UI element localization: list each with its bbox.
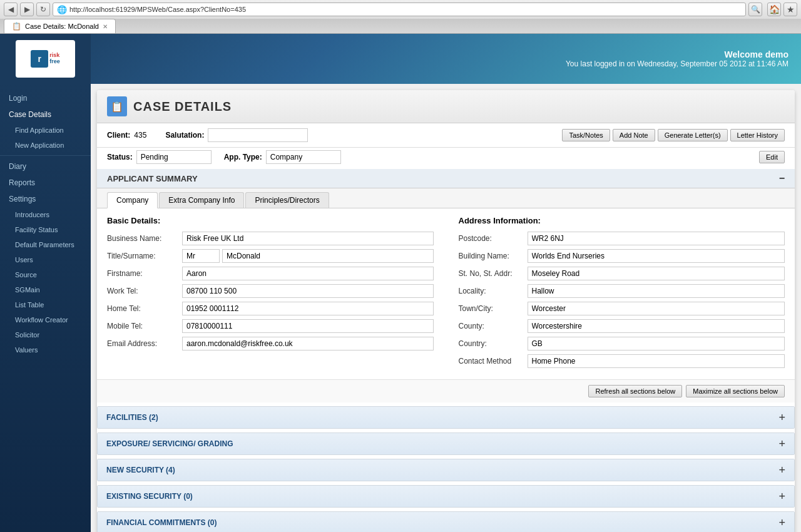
sidebar-item-valuers[interactable]: Valuers bbox=[0, 342, 91, 357]
refresh-sections-button[interactable]: Refresh all sections below bbox=[588, 385, 682, 397]
top-header: r risk free Welcome demo You last logged… bbox=[0, 34, 801, 84]
existing-security-header[interactable]: EXISTING SECURITY (0) + bbox=[98, 486, 794, 507]
salutation-input[interactable] bbox=[208, 128, 308, 142]
app-type-field: App. Type: bbox=[224, 150, 341, 164]
task-notes-button[interactable]: Task/Notes bbox=[562, 129, 610, 141]
salutation-field: Salutation: bbox=[165, 128, 308, 142]
status-field: Status: bbox=[107, 150, 212, 164]
town-input[interactable] bbox=[528, 302, 785, 315]
work-tel-label: Work Tel: bbox=[107, 287, 182, 295]
new-security-header[interactable]: NEW SECURITY (4) + bbox=[98, 459, 794, 481]
tab-extra-company-info[interactable]: Extra Company Info bbox=[159, 192, 244, 208]
generate-letters-button[interactable]: Generate Letter(s) bbox=[658, 129, 728, 141]
sidebar-item-list-table[interactable]: List Table bbox=[0, 297, 91, 312]
sidebar-item-diary[interactable]: Diary bbox=[0, 158, 91, 175]
app-type-input[interactable] bbox=[266, 150, 341, 164]
firstname-input[interactable] bbox=[182, 267, 434, 280]
surname-input[interactable] bbox=[222, 249, 434, 263]
county-input[interactable] bbox=[528, 319, 785, 333]
town-label: Town/City: bbox=[459, 304, 528, 313]
title-input[interactable] bbox=[182, 249, 220, 263]
case-title: CASE DETAILS bbox=[133, 100, 232, 114]
logo-area: r risk free bbox=[0, 34, 91, 84]
sidebar-item-find-application[interactable]: Find Application bbox=[0, 123, 91, 138]
exposure-header[interactable]: EXPOSURE/ SERVICING/ GRADING + bbox=[98, 433, 794, 454]
new-security-toggle-icon: + bbox=[778, 464, 785, 476]
work-tel-row: Work Tel: bbox=[107, 284, 434, 298]
tab-company[interactable]: Company bbox=[107, 192, 158, 208]
sidebar-divider-1 bbox=[0, 155, 91, 156]
contact-method-input[interactable] bbox=[528, 354, 785, 368]
browser-toolbar: ◀ ▶ ↻ 🌐 http://localhost:61929/MPSWeb/Ca… bbox=[0, 0, 801, 19]
login-line: You last logged in on Wednesday, Septemb… bbox=[566, 59, 788, 68]
back-button[interactable]: ◀ bbox=[4, 3, 18, 16]
logo-free: free bbox=[49, 59, 60, 65]
sidebar-item-users[interactable]: Users bbox=[0, 252, 91, 267]
url-text: http://localhost:61929/MPSWeb/Case.aspx?… bbox=[69, 6, 246, 13]
email-input[interactable] bbox=[182, 337, 434, 350]
sidebar-item-source[interactable]: Source bbox=[0, 267, 91, 282]
exposure-title: EXPOSURE/ SERVICING/ GRADING bbox=[106, 439, 233, 448]
browser-chrome: ◀ ▶ ↻ 🌐 http://localhost:61929/MPSWeb/Ca… bbox=[0, 0, 801, 34]
sidebar-item-settings[interactable]: Settings bbox=[0, 191, 91, 207]
work-tel-input[interactable] bbox=[182, 284, 434, 298]
case-panel: 📋 CASE DETAILS Client: 435 Salutation: bbox=[97, 90, 795, 532]
applicant-summary-toggle[interactable]: − bbox=[779, 173, 785, 184]
facilities-title: FACILITIES (2) bbox=[106, 413, 158, 422]
exposure-section: EXPOSURE/ SERVICING/ GRADING + bbox=[97, 432, 795, 455]
sidebar-item-solicitor[interactable]: Solicitor bbox=[0, 327, 91, 342]
locality-input[interactable] bbox=[528, 284, 785, 298]
add-note-button[interactable]: Add Note bbox=[613, 129, 655, 141]
sidebar-item-reports[interactable]: Reports bbox=[0, 175, 91, 191]
existing-security-toggle-icon: + bbox=[778, 491, 785, 502]
sidebar-item-case-details[interactable]: Case Details bbox=[0, 106, 91, 123]
forward-button[interactable]: ▶ bbox=[20, 3, 34, 16]
exposure-toggle-icon: + bbox=[778, 438, 785, 449]
status-label: Status: bbox=[107, 153, 133, 161]
building-name-input[interactable] bbox=[528, 249, 785, 263]
new-security-title: NEW SECURITY (4) bbox=[106, 466, 175, 474]
address-bar[interactable]: 🌐 http://localhost:61929/MPSWeb/Case.asp… bbox=[53, 3, 746, 16]
building-name-row: Building Name: bbox=[459, 249, 785, 263]
sidebar-item-sgmain[interactable]: SGMain bbox=[0, 282, 91, 297]
financial-commitments-title: FINANCIAL COMMITMENTS (0) bbox=[106, 518, 217, 527]
status-input[interactable] bbox=[136, 150, 212, 164]
facilities-header[interactable]: FACILITIES (2) + bbox=[98, 407, 794, 428]
postcode-input[interactable] bbox=[528, 232, 785, 245]
title-surname-row: Title/Surname: bbox=[107, 249, 434, 263]
active-tab[interactable]: 📋 Case Details: McDonald ✕ bbox=[4, 19, 116, 33]
home-tel-input[interactable] bbox=[182, 302, 434, 315]
sidebar-item-introducers[interactable]: Introducers bbox=[0, 207, 91, 222]
sidebar-item-facility-status[interactable]: Facility Status bbox=[0, 222, 91, 237]
street-row: St. No, St. Addr: bbox=[459, 267, 785, 280]
search-button[interactable]: 🔍 bbox=[748, 3, 762, 16]
mobile-tel-input[interactable] bbox=[182, 319, 434, 333]
maximize-sections-button[interactable]: Maximize all sections below bbox=[686, 385, 785, 397]
financial-commitments-header[interactable]: FINANCIAL COMMITMENTS (0) + bbox=[98, 512, 794, 532]
business-name-input[interactable] bbox=[182, 232, 434, 245]
logo-box: r risk free bbox=[16, 40, 75, 78]
financial-commitments-toggle-icon: + bbox=[778, 517, 785, 528]
street-input[interactable] bbox=[528, 267, 785, 280]
tab-close-button[interactable]: ✕ bbox=[103, 23, 108, 30]
home-button[interactable]: 🏠 bbox=[767, 3, 781, 16]
country-input[interactable] bbox=[528, 337, 785, 350]
refresh-button[interactable]: ↻ bbox=[36, 3, 50, 16]
client-field: Client: 435 bbox=[107, 131, 146, 140]
edit-button[interactable]: Edit bbox=[759, 151, 785, 163]
tab-bar: Company Extra Company Info Principles/Di… bbox=[97, 188, 795, 208]
address-info-title: Address Information: bbox=[459, 216, 785, 225]
sidebar-item-default-parameters[interactable]: Default Parameters bbox=[0, 237, 91, 252]
building-name-label: Building Name: bbox=[459, 252, 528, 260]
sidebar-item-workflow-creator[interactable]: Workflow Creator bbox=[0, 312, 91, 327]
existing-security-title: EXISTING SECURITY (0) bbox=[106, 492, 193, 501]
letter-history-button[interactable]: Letter History bbox=[730, 129, 785, 141]
sidebar-item-login[interactable]: Login bbox=[0, 90, 91, 106]
star-button[interactable]: ★ bbox=[783, 3, 797, 16]
firstname-label: Firstname: bbox=[107, 269, 182, 278]
sidebar-item-new-application[interactable]: New Application bbox=[0, 138, 91, 153]
mobile-tel-label: Mobile Tel: bbox=[107, 322, 182, 330]
content-area: 📋 CASE DETAILS Client: 435 Salutation: bbox=[91, 84, 801, 532]
town-row: Town/City: bbox=[459, 302, 785, 315]
tab-principles-directors[interactable]: Principles/Directors bbox=[245, 192, 329, 208]
